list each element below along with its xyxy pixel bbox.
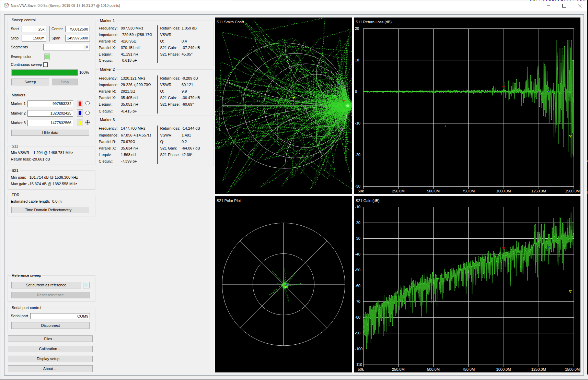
svg-text:-110: -110	[355, 363, 362, 367]
svg-text:0: 0	[355, 90, 357, 94]
svg-text:500.0M: 500.0M	[427, 367, 440, 371]
svg-text:S11 Smith Chart: S11 Smith Chart	[217, 20, 244, 24]
svg-text:-50: -50	[355, 268, 360, 272]
svg-text:1000.0M: 1000.0M	[496, 367, 511, 371]
svg-text:50k: 50k	[358, 189, 364, 193]
svg-text:S21 Polar Plot: S21 Polar Plot	[217, 199, 241, 203]
svg-text:1250.0M: 1250.0M	[531, 189, 546, 193]
svg-text:-80: -80	[355, 315, 360, 319]
svg-text:1250.0M: 1250.0M	[531, 367, 546, 371]
svg-text:-90: -90	[355, 331, 360, 335]
svg-text:-70: -70	[355, 299, 360, 304]
svg-text:-10: -10	[355, 121, 360, 125]
svg-text:S21 Gain (dB): S21 Gain (dB)	[356, 199, 380, 203]
svg-text:250.0M: 250.0M	[392, 367, 405, 371]
svg-text:750.0M: 750.0M	[462, 367, 475, 371]
svg-text:-100: -100	[355, 347, 362, 351]
svg-text:1500.0M: 1500.0M	[565, 189, 580, 193]
svg-text:S11 Return Loss (dB): S11 Return Loss (dB)	[356, 20, 392, 24]
svg-text:-40: -40	[355, 252, 360, 256]
svg-text:250.0M: 250.0M	[392, 189, 405, 193]
svg-text:20: 20	[355, 26, 359, 31]
svg-text:50k: 50k	[358, 367, 364, 371]
svg-text:-20: -20	[355, 153, 360, 157]
svg-text:10: 10	[355, 58, 359, 62]
svg-text:-20: -20	[355, 221, 360, 225]
svg-text:-30: -30	[355, 236, 360, 240]
svg-text:1000.0M: 1000.0M	[496, 189, 511, 193]
svg-text:1500.0M: 1500.0M	[565, 367, 580, 371]
svg-text:-60: -60	[355, 284, 360, 288]
svg-text:500.0M: 500.0M	[427, 189, 440, 193]
svg-text:-10: -10	[355, 205, 360, 209]
svg-text:750.0M: 750.0M	[462, 189, 475, 193]
svg-text:-30: -30	[355, 184, 360, 188]
